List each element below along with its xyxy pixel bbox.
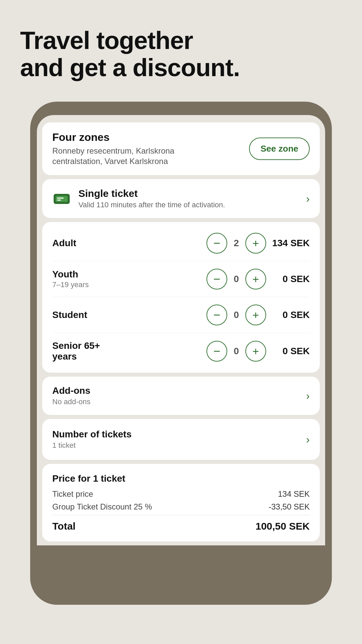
num-tickets-title: Number of tickets <box>52 429 132 440</box>
passenger-label-adult: Adult <box>52 238 206 249</box>
ticket-info: Single ticket Valid 110 minutes after th… <box>78 188 306 209</box>
ticket-icon <box>52 189 71 208</box>
decrement-youth-button[interactable]: − <box>206 269 227 289</box>
passenger-name-senior: Senior 65+years <box>52 340 206 362</box>
counter-youth: − 0 + <box>206 269 266 289</box>
zone-subtitle: Ronneby resecentrum, Karlskrona centrals… <box>52 146 200 166</box>
passengers-card: Adult − 2 + 134 SEK Youth 7–19 years <box>42 222 320 373</box>
passenger-label-student: Student <box>52 310 206 320</box>
addons-card[interactable]: Add-ons No add-ons › <box>42 377 320 415</box>
adult-count: 2 <box>227 238 245 249</box>
decrement-student-button[interactable]: − <box>206 305 227 325</box>
price-section-title: Price for 1 ticket <box>52 473 310 484</box>
num-tickets-subtitle: 1 ticket <box>52 441 132 450</box>
discount-row: Group Ticket Discount 25 % -33,50 SEK <box>52 502 310 512</box>
num-tickets-info: Number of tickets 1 ticket <box>52 429 132 450</box>
ticket-chevron-icon: › <box>306 193 310 205</box>
see-zone-button[interactable]: See zone <box>249 138 310 160</box>
addons-subtitle: No add-ons <box>52 397 90 406</box>
student-price: 0 SEK <box>266 310 310 320</box>
zone-card: Four zones Ronneby resecentrum, Karlskro… <box>42 122 320 175</box>
discount-label: Group Ticket Discount 25 % <box>52 502 152 512</box>
passenger-row-student: Student − 0 + 0 SEK <box>52 297 310 333</box>
decrement-adult-button[interactable]: − <box>206 233 227 254</box>
total-row: Total 100,50 SEK <box>52 515 310 532</box>
price-summary-card: Price for 1 ticket Ticket price 134 SEK … <box>42 464 320 541</box>
senior-count: 0 <box>227 346 245 357</box>
ticket-price-amount: 134 SEK <box>278 489 310 499</box>
total-amount: 100,50 SEK <box>255 521 310 532</box>
passenger-row-adult: Adult − 2 + 134 SEK <box>52 225 310 261</box>
passenger-label-senior: Senior 65+years <box>52 340 206 362</box>
ticket-price-label: Ticket price <box>52 489 93 499</box>
phone-content: Four zones Ronneby resecentrum, Karlskro… <box>37 115 325 545</box>
passenger-name-adult: Adult <box>52 238 206 249</box>
passenger-row-senior: Senior 65+years − 0 + 0 SEK <box>52 333 310 369</box>
phone-frame: Four zones Ronneby resecentrum, Karlskro… <box>30 102 332 605</box>
ticket-title: Single ticket <box>78 188 306 199</box>
student-count: 0 <box>227 310 245 320</box>
increment-student-button[interactable]: + <box>245 305 266 325</box>
svg-rect-2 <box>57 198 64 199</box>
increment-youth-button[interactable]: + <box>245 269 266 289</box>
svg-rect-3 <box>57 200 61 201</box>
adult-price: 134 SEK <box>266 238 310 249</box>
zone-info: Four zones Ronneby resecentrum, Karlskro… <box>52 131 200 166</box>
discount-amount: -33,50 SEK <box>268 502 310 512</box>
num-tickets-chevron-icon: › <box>306 433 310 446</box>
youth-age-range: 7–19 years <box>52 280 206 289</box>
addons-info: Add-ons No add-ons <box>52 385 90 406</box>
decrement-senior-button[interactable]: − <box>206 341 227 362</box>
ticket-price-row: Ticket price 134 SEK <box>52 489 310 499</box>
counter-student: − 0 + <box>206 305 266 325</box>
counter-senior: − 0 + <box>206 341 266 362</box>
senior-price: 0 SEK <box>266 346 310 357</box>
addons-chevron-icon: › <box>306 390 310 402</box>
increment-senior-button[interactable]: + <box>245 341 266 362</box>
passenger-name-student: Student <box>52 310 206 320</box>
passenger-label-youth: Youth 7–19 years <box>52 269 206 289</box>
passenger-row-youth: Youth 7–19 years − 0 + 0 SEK <box>52 261 310 297</box>
counter-adult: − 2 + <box>206 233 266 254</box>
increment-adult-button[interactable]: + <box>245 233 266 254</box>
ticket-description: Valid 110 minutes after the time of acti… <box>78 201 306 209</box>
svg-rect-1 <box>56 196 68 202</box>
hero-title: Travel together and get a discount. <box>20 27 342 82</box>
youth-count: 0 <box>227 274 245 284</box>
youth-price: 0 SEK <box>266 274 310 284</box>
single-ticket-card[interactable]: Single ticket Valid 110 minutes after th… <box>42 179 320 218</box>
total-label: Total <box>52 521 75 532</box>
page-background: Travel together and get a discount. Four… <box>0 0 362 644</box>
zone-title: Four zones <box>52 131 200 144</box>
number-of-tickets-card[interactable]: Number of tickets 1 ticket › <box>42 419 320 460</box>
passenger-name-youth: Youth <box>52 269 206 280</box>
addons-title: Add-ons <box>52 385 90 396</box>
